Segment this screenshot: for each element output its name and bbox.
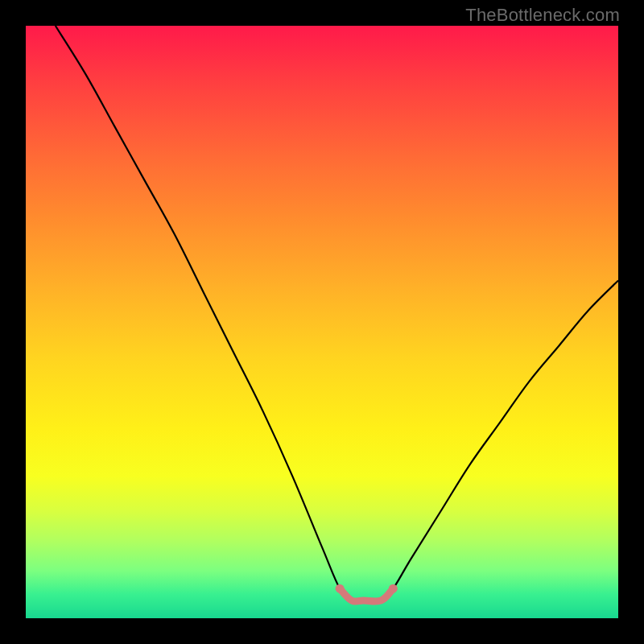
- highlight-segment-path: [340, 588, 393, 601]
- chart-frame: TheBottleneck.com: [0, 0, 644, 644]
- curve-svg: [26, 26, 618, 618]
- plot-area: [26, 26, 618, 618]
- highlight-endpoint-dot: [336, 584, 345, 593]
- bottleneck-curve-path: [56, 26, 618, 601]
- highlight-endpoint-dot: [389, 584, 398, 593]
- watermark-text: TheBottleneck.com: [465, 5, 620, 26]
